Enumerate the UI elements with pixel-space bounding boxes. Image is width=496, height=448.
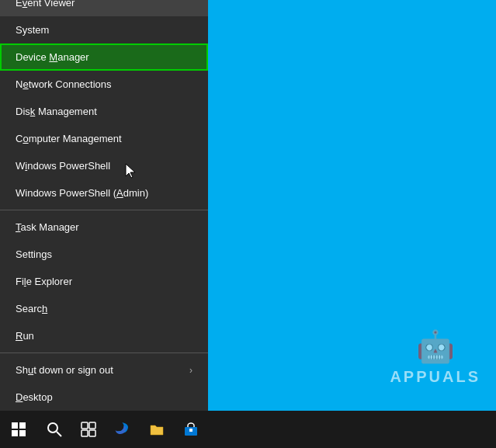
start-button[interactable] [0, 411, 37, 448]
menu-item-shut-down[interactable]: Shut down or sign out › [0, 356, 208, 384]
menu-label-windows-powershell-admin: Windows PowerShell (Admin) [16, 187, 148, 199]
menu-label-run: Run [16, 330, 34, 342]
brand-text: APPUALS [390, 368, 480, 386]
taskbar-file-explorer-icon [149, 422, 165, 437]
menu-item-disk-management[interactable]: Disk Management [0, 98, 208, 125]
menu-label-file-explorer: File Explorer [16, 276, 72, 287]
menu-item-windows-powershell[interactable]: Windows PowerShell [0, 152, 208, 179]
svg-line-5 [57, 432, 61, 436]
menu-label-computer-management: Computer Management [16, 133, 122, 144]
menu-label-task-manager: Task Manager [16, 221, 79, 233]
menu-separator-2 [0, 352, 208, 353]
svg-rect-1 [19, 422, 26, 429]
menu-label-network-connections: Network Connections [16, 78, 112, 90]
taskbar-store-button[interactable] [174, 411, 208, 448]
taskbar-file-explorer-button[interactable] [140, 411, 174, 448]
taskbar-edge-icon [115, 422, 130, 437]
brand-watermark: 🤖 APPUALS [390, 328, 480, 386]
menu-label-shut-down: Shut down or sign out [16, 364, 113, 376]
taskbar-search-icon [47, 422, 62, 437]
menu-item-computer-management[interactable]: Computer Management [0, 125, 208, 152]
svg-rect-2 [12, 430, 18, 436]
menu-item-settings[interactable]: Settings [0, 241, 208, 268]
taskbar-task-view-button[interactable] [71, 411, 106, 448]
taskbar-search-button[interactable] [37, 411, 71, 448]
menu-item-event-viewer[interactable]: Event Viewer [0, 0, 208, 16]
taskbar [0, 411, 496, 448]
menu-label-system: System [16, 24, 49, 36]
taskbar-store-icon [183, 422, 199, 437]
menu-item-windows-powershell-admin[interactable]: Windows PowerShell (Admin) [0, 179, 208, 207]
taskbar-task-view-icon [81, 422, 96, 437]
menu-label-settings: Settings [16, 248, 52, 260]
menu-item-run[interactable]: Run [0, 322, 208, 349]
brand-icon: 🤖 [416, 328, 455, 365]
menu-label-device-manager: Device Manager [16, 51, 89, 63]
svg-rect-8 [82, 430, 88, 436]
desktop: 🤖 APPUALS Apps and Features Power Option… [0, 0, 496, 448]
menu-item-device-manager[interactable]: Device Manager [0, 43, 208, 71]
svg-rect-3 [19, 430, 26, 436]
svg-rect-0 [12, 422, 18, 429]
menu-label-search: Search [16, 303, 47, 314]
taskbar-edge-button[interactable] [106, 411, 140, 448]
windows-logo-icon [12, 422, 26, 436]
svg-rect-9 [89, 430, 95, 436]
menu-item-file-explorer[interactable]: File Explorer [0, 268, 208, 295]
context-menu: Apps and Features Power Options Event Vi… [0, 0, 208, 411]
menu-label-event-viewer: Event Viewer [16, 0, 75, 9]
menu-item-system[interactable]: System [0, 16, 208, 43]
menu-label-windows-powershell: Windows PowerShell [16, 160, 110, 172]
svg-point-4 [48, 423, 57, 432]
menu-label-desktop: Desktop [16, 391, 53, 403]
svg-rect-11 [189, 429, 193, 432]
menu-item-network-connections[interactable]: Network Connections [0, 71, 208, 98]
menu-separator-1 [0, 210, 208, 210]
menu-item-desktop[interactable]: Desktop [0, 384, 208, 411]
svg-rect-7 [89, 422, 95, 429]
menu-label-disk-management: Disk Management [16, 106, 97, 117]
submenu-arrow-icon: › [189, 365, 193, 376]
svg-rect-6 [82, 422, 88, 429]
menu-item-search[interactable]: Search [0, 295, 208, 322]
menu-item-task-manager[interactable]: Task Manager [0, 214, 208, 241]
